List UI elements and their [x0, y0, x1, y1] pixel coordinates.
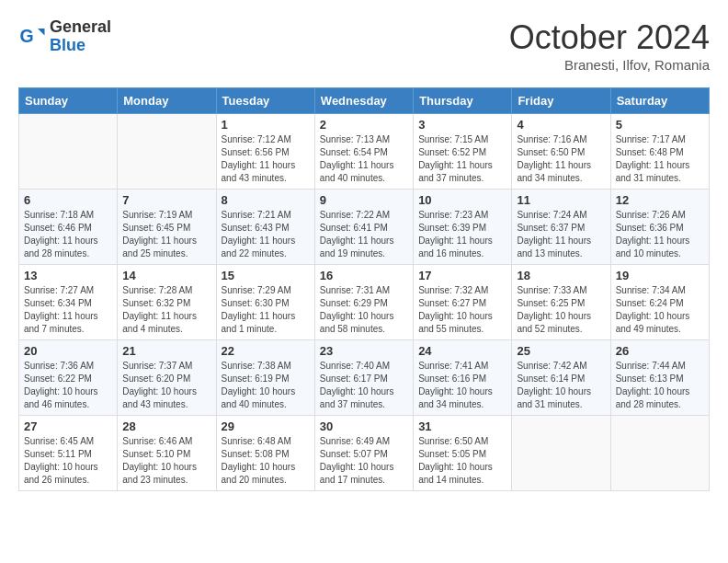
calendar-cell: 28Sunrise: 6:46 AM Sunset: 5:10 PM Dayli… — [118, 416, 216, 491]
calendar-week-row: 27Sunrise: 6:45 AM Sunset: 5:11 PM Dayli… — [19, 416, 710, 491]
calendar-cell: 30Sunrise: 6:49 AM Sunset: 5:07 PM Dayli… — [314, 416, 413, 491]
day-number: 3 — [418, 118, 506, 132]
day-info: Sunrise: 7:19 AM Sunset: 6:45 PM Dayligh… — [122, 209, 210, 260]
day-number: 30 — [320, 419, 408, 433]
day-number: 10 — [418, 193, 506, 207]
day-number: 24 — [418, 344, 506, 358]
day-info: Sunrise: 7:17 AM Sunset: 6:48 PM Dayligh… — [616, 133, 704, 185]
logo: G General Blue — [18, 18, 111, 55]
calendar-cell: 8Sunrise: 7:21 AM Sunset: 6:43 PM Daylig… — [216, 190, 314, 265]
day-number: 26 — [616, 344, 704, 358]
location-subtitle: Branesti, Ilfov, Romania — [509, 57, 710, 73]
day-info: Sunrise: 7:13 AM Sunset: 6:54 PM Dayligh… — [320, 133, 408, 185]
month-title: October 2024 — [509, 18, 710, 57]
calendar-cell: 24Sunrise: 7:41 AM Sunset: 6:16 PM Dayli… — [414, 340, 512, 416]
calendar-cell: 22Sunrise: 7:38 AM Sunset: 6:19 PM Dayli… — [216, 340, 314, 416]
calendar-week-row: 20Sunrise: 7:36 AM Sunset: 6:22 PM Dayli… — [19, 340, 710, 416]
day-info: Sunrise: 7:23 AM Sunset: 6:39 PM Dayligh… — [418, 209, 506, 260]
day-number: 8 — [222, 193, 310, 207]
calendar-cell: 2Sunrise: 7:13 AM Sunset: 6:54 PM Daylig… — [314, 114, 413, 190]
calendar-cell: 23Sunrise: 7:40 AM Sunset: 6:17 PM Dayli… — [314, 340, 413, 416]
day-info: Sunrise: 7:18 AM Sunset: 6:46 PM Dayligh… — [24, 209, 112, 260]
day-info: Sunrise: 6:50 AM Sunset: 5:05 PM Dayligh… — [418, 435, 506, 487]
day-info: Sunrise: 6:45 AM Sunset: 5:11 PM Dayligh… — [24, 435, 112, 487]
day-number: 22 — [222, 344, 310, 358]
day-info: Sunrise: 7:22 AM Sunset: 6:41 PM Dayligh… — [320, 209, 408, 260]
day-number: 12 — [616, 193, 704, 207]
weekday-header-friday: Friday — [512, 88, 610, 114]
weekday-header-thursday: Thursday — [414, 88, 512, 114]
logo-text: General Blue — [50, 18, 111, 55]
calendar-week-row: 6Sunrise: 7:18 AM Sunset: 6:46 PM Daylig… — [19, 190, 710, 265]
calendar-cell: 26Sunrise: 7:44 AM Sunset: 6:13 PM Dayli… — [610, 340, 709, 416]
calendar-cell: 25Sunrise: 7:42 AM Sunset: 6:14 PM Dayli… — [512, 340, 610, 416]
day-number: 21 — [122, 344, 210, 358]
calendar-week-row: 13Sunrise: 7:27 AM Sunset: 6:34 PM Dayli… — [19, 265, 710, 340]
calendar-cell: 13Sunrise: 7:27 AM Sunset: 6:34 PM Dayli… — [19, 265, 118, 340]
calendar-cell — [512, 416, 610, 491]
day-number: 6 — [24, 193, 112, 207]
calendar-cell: 5Sunrise: 7:17 AM Sunset: 6:48 PM Daylig… — [610, 114, 709, 190]
title-section: October 2024 Branesti, Ilfov, Romania — [509, 18, 710, 73]
day-info: Sunrise: 7:42 AM Sunset: 6:14 PM Dayligh… — [517, 360, 605, 411]
day-info: Sunrise: 7:33 AM Sunset: 6:25 PM Dayligh… — [517, 284, 605, 336]
day-number: 14 — [122, 269, 210, 282]
day-number: 23 — [320, 344, 408, 358]
calendar-cell: 9Sunrise: 7:22 AM Sunset: 6:41 PM Daylig… — [314, 190, 413, 265]
day-number: 4 — [517, 118, 605, 132]
calendar-cell: 7Sunrise: 7:19 AM Sunset: 6:45 PM Daylig… — [118, 190, 216, 265]
calendar-cell: 4Sunrise: 7:16 AM Sunset: 6:50 PM Daylig… — [512, 114, 610, 190]
day-number: 17 — [418, 269, 506, 282]
weekday-header-monday: Monday — [118, 88, 216, 114]
calendar-cell: 1Sunrise: 7:12 AM Sunset: 6:56 PM Daylig… — [216, 114, 314, 190]
day-number: 13 — [24, 269, 112, 282]
day-info: Sunrise: 7:32 AM Sunset: 6:27 PM Dayligh… — [418, 284, 506, 336]
calendar-cell: 21Sunrise: 7:37 AM Sunset: 6:20 PM Dayli… — [118, 340, 216, 416]
day-info: Sunrise: 7:40 AM Sunset: 6:17 PM Dayligh… — [320, 360, 408, 411]
calendar-cell: 11Sunrise: 7:24 AM Sunset: 6:37 PM Dayli… — [512, 190, 610, 265]
day-number: 16 — [320, 269, 408, 282]
day-info: Sunrise: 7:44 AM Sunset: 6:13 PM Dayligh… — [616, 360, 704, 411]
day-number: 20 — [24, 344, 112, 358]
calendar-cell: 6Sunrise: 7:18 AM Sunset: 6:46 PM Daylig… — [19, 190, 118, 265]
weekday-header-saturday: Saturday — [610, 88, 709, 114]
calendar-cell: 27Sunrise: 6:45 AM Sunset: 5:11 PM Dayli… — [19, 416, 118, 491]
day-info: Sunrise: 7:37 AM Sunset: 6:20 PM Dayligh… — [122, 360, 210, 411]
calendar-cell: 14Sunrise: 7:28 AM Sunset: 6:32 PM Dayli… — [118, 265, 216, 340]
logo-general: General — [50, 18, 111, 37]
day-info: Sunrise: 7:41 AM Sunset: 6:16 PM Dayligh… — [418, 360, 506, 411]
day-number: 5 — [616, 118, 704, 132]
weekday-header-wednesday: Wednesday — [314, 88, 413, 114]
calendar-cell — [610, 416, 709, 491]
weekday-header-sunday: Sunday — [19, 88, 118, 114]
weekday-header-tuesday: Tuesday — [216, 88, 314, 114]
day-info: Sunrise: 7:28 AM Sunset: 6:32 PM Dayligh… — [122, 284, 210, 336]
day-number: 18 — [517, 269, 605, 282]
calendar-cell: 18Sunrise: 7:33 AM Sunset: 6:25 PM Dayli… — [512, 265, 610, 340]
day-info: Sunrise: 6:48 AM Sunset: 5:08 PM Dayligh… — [222, 435, 310, 487]
day-info: Sunrise: 7:27 AM Sunset: 6:34 PM Dayligh… — [24, 284, 112, 336]
day-info: Sunrise: 6:49 AM Sunset: 5:07 PM Dayligh… — [320, 435, 408, 487]
calendar-table: SundayMondayTuesdayWednesdayThursdayFrid… — [18, 87, 710, 491]
day-info: Sunrise: 7:26 AM Sunset: 6:36 PM Dayligh… — [616, 209, 704, 260]
calendar-cell: 12Sunrise: 7:26 AM Sunset: 6:36 PM Dayli… — [610, 190, 709, 265]
day-info: Sunrise: 7:34 AM Sunset: 6:24 PM Dayligh… — [616, 284, 704, 336]
calendar-cell — [19, 114, 118, 190]
day-number: 29 — [222, 419, 310, 433]
day-info: Sunrise: 7:15 AM Sunset: 6:52 PM Dayligh… — [418, 133, 506, 185]
day-number: 27 — [24, 419, 112, 433]
calendar-cell: 31Sunrise: 6:50 AM Sunset: 5:05 PM Dayli… — [414, 416, 512, 491]
calendar-cell: 16Sunrise: 7:31 AM Sunset: 6:29 PM Dayli… — [314, 265, 413, 340]
logo-blue: Blue — [50, 37, 111, 55]
day-number: 25 — [517, 344, 605, 358]
calendar-cell: 20Sunrise: 7:36 AM Sunset: 6:22 PM Dayli… — [19, 340, 118, 416]
day-number: 15 — [222, 269, 310, 282]
calendar-cell: 29Sunrise: 6:48 AM Sunset: 5:08 PM Dayli… — [216, 416, 314, 491]
day-info: Sunrise: 7:24 AM Sunset: 6:37 PM Dayligh… — [517, 209, 605, 260]
day-number: 11 — [517, 193, 605, 207]
calendar-cell: 17Sunrise: 7:32 AM Sunset: 6:27 PM Dayli… — [414, 265, 512, 340]
weekday-header-row: SundayMondayTuesdayWednesdayThursdayFrid… — [19, 88, 710, 114]
day-number: 28 — [122, 419, 210, 433]
day-number: 2 — [320, 118, 408, 132]
day-info: Sunrise: 7:16 AM Sunset: 6:50 PM Dayligh… — [517, 133, 605, 185]
